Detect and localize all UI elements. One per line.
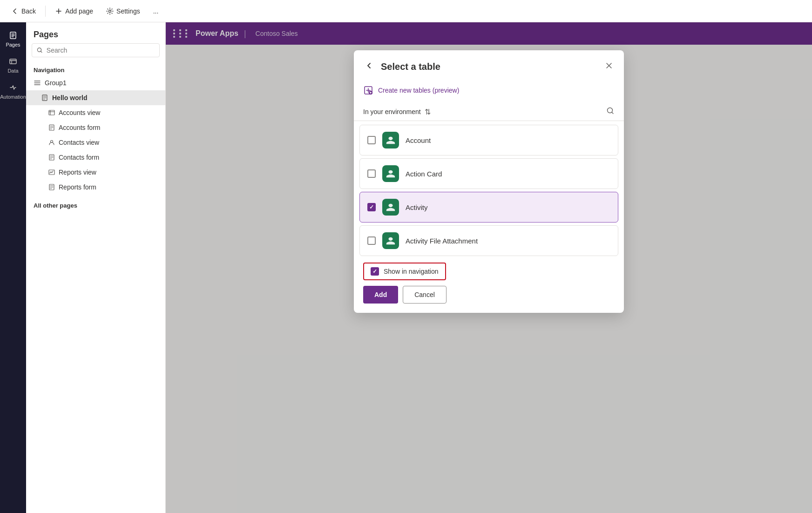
back-label: Back — [21, 7, 36, 15]
nav-reports-view[interactable]: Reports view — [26, 165, 165, 180]
search-icon — [606, 107, 615, 115]
top-bar: Back Add page Settings ... — [0, 0, 812, 22]
nav-reports-form[interactable]: Reports form — [26, 180, 165, 195]
action-card-name: Action Card — [406, 170, 442, 178]
reports-view-label: Reports view — [59, 169, 96, 176]
settings-icon — [106, 7, 114, 15]
settings-button[interactable]: Settings — [101, 5, 146, 18]
nav-group1[interactable]: Group1 — [26, 75, 165, 90]
accounts-view-label: Accounts view — [59, 109, 100, 116]
table-item-activity-file[interactable]: Activity File Attachment — [359, 225, 618, 256]
pages-icon — [8, 31, 18, 40]
modal-back-icon — [365, 61, 373, 70]
sidebar-item-automation[interactable]: Automation — [0, 78, 26, 104]
action-card-checkbox[interactable] — [367, 169, 376, 178]
create-new-label: Create new tables (preview) — [378, 87, 459, 94]
view-icon — [48, 109, 55, 116]
modal-back-button[interactable] — [363, 60, 375, 74]
list-icon — [34, 79, 41, 87]
environment-selector: In your environment ⇅ — [354, 103, 624, 121]
nav-contacts-view[interactable]: Contacts view — [26, 135, 165, 150]
table-item-activity[interactable]: Activity — [359, 192, 618, 223]
page-icon — [41, 94, 48, 101]
group1-label: Group1 — [45, 79, 67, 87]
main-layout: Pages Data Automation Pages Navigation — [0, 22, 812, 513]
svg-point-0 — [109, 10, 111, 12]
add-page-button[interactable]: Add page — [49, 5, 99, 18]
sidebar-item-data[interactable]: Data — [0, 52, 26, 78]
contacts-icon — [48, 139, 55, 146]
table-list: Account Action Card — [354, 125, 624, 256]
action-card-icon — [382, 165, 399, 182]
activity-file-name: Activity File Attachment — [406, 237, 478, 245]
pages-panel-title: Pages — [26, 22, 165, 43]
svg-rect-2 — [10, 59, 16, 64]
env-label: In your environment — [363, 108, 421, 115]
create-new-tables-button[interactable]: Create new tables (preview) — [354, 81, 624, 103]
reports-form-label: Reports form — [59, 183, 96, 191]
navigation-section-title: Navigation — [26, 63, 165, 75]
modal-footer: Show in navigation Add Cancel — [354, 256, 624, 313]
footer-buttons: Add Cancel — [363, 286, 615, 304]
env-search-icon[interactable] — [606, 107, 615, 117]
sidebar-item-data-label: Data — [7, 68, 18, 74]
add-page-label: Add page — [65, 7, 93, 15]
svg-rect-5 — [49, 110, 54, 115]
modal-header: Select a table — [354, 50, 624, 81]
modal-overlay: Select a table Create new — [166, 22, 812, 513]
activity-name: Activity — [406, 203, 428, 211]
all-other-pages-label: All other pages — [26, 195, 165, 211]
nav-contacts-form[interactable]: Contacts form — [26, 150, 165, 165]
activity-icon — [382, 199, 399, 216]
activity-checkbox[interactable] — [367, 203, 376, 211]
data-icon — [8, 57, 18, 66]
nav-accounts-view[interactable]: Accounts view — [26, 105, 165, 120]
more-button[interactable]: ... — [148, 5, 164, 18]
search-box[interactable] — [32, 43, 160, 57]
hello-world-label: Hello world — [52, 94, 87, 101]
sidebar-item-pages-label: Pages — [6, 42, 20, 47]
more-label: ... — [153, 7, 159, 15]
divider — [45, 6, 46, 17]
content-area: Power Apps | Contoso Sales Select a tabl… — [166, 22, 812, 513]
reports-form-icon — [48, 184, 55, 190]
nav-accounts-form[interactable]: Accounts form — [26, 120, 165, 135]
close-icon — [605, 62, 613, 69]
select-table-modal: Select a table Create new — [354, 50, 624, 313]
contacts-form-icon — [48, 154, 55, 161]
activity-file-checkbox[interactable] — [367, 236, 376, 245]
reports-icon — [48, 169, 55, 176]
account-name: Account — [406, 136, 431, 144]
account-checkbox[interactable] — [367, 136, 376, 144]
search-input[interactable] — [47, 47, 155, 54]
plus-icon — [55, 7, 62, 15]
table-item-action-card[interactable]: Action Card — [359, 158, 618, 189]
nav-hello-world[interactable]: Hello world — [26, 90, 165, 105]
activity-file-icon — [382, 232, 399, 249]
modal-title: Select a table — [381, 61, 598, 72]
back-button[interactable]: Back — [6, 5, 41, 18]
accounts-form-label: Accounts form — [59, 124, 100, 131]
create-table-icon — [363, 85, 373, 95]
cancel-button[interactable]: Cancel — [403, 286, 447, 304]
sort-icon: ⇅ — [425, 108, 431, 116]
sidebar-item-automation-label: Automation — [0, 94, 26, 100]
back-icon — [11, 7, 19, 15]
sidebar: Pages Data Automation — [0, 22, 26, 513]
modal-close-button[interactable] — [603, 60, 615, 74]
automation-icon — [8, 83, 18, 92]
pages-panel: Pages Navigation Group1 Hello world — [26, 22, 166, 513]
show-nav-label: Show in navigation — [384, 268, 439, 275]
sidebar-item-pages[interactable]: Pages — [0, 26, 26, 52]
table-item-account[interactable]: Account — [359, 125, 618, 155]
search-icon — [37, 47, 43, 54]
form-icon — [48, 124, 55, 131]
show-nav-checkbox[interactable] — [371, 267, 379, 276]
add-button[interactable]: Add — [363, 286, 398, 304]
account-icon — [382, 132, 399, 148]
contacts-view-label: Contacts view — [59, 139, 99, 146]
show-in-navigation-row[interactable]: Show in navigation — [363, 263, 446, 280]
contacts-form-label: Contacts form — [59, 154, 99, 161]
env-selector-button[interactable]: In your environment ⇅ — [363, 108, 431, 116]
settings-label: Settings — [116, 7, 140, 15]
